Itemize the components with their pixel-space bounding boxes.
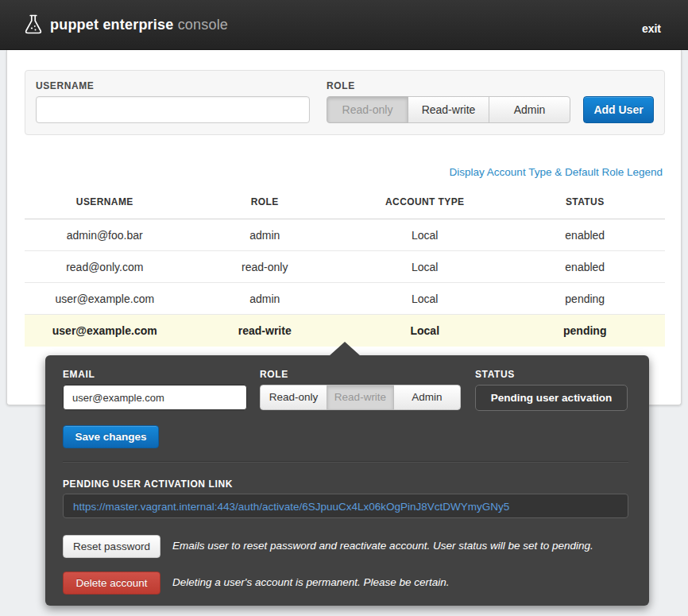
cell-account_type: Local (345, 219, 505, 251)
cell-status: pending (505, 315, 666, 347)
email-label: EMAIL (63, 369, 95, 380)
activation-link-box: https://master.vagrant.internal:443/auth… (63, 494, 628, 518)
panel-role-label: ROLE (260, 369, 288, 380)
cell-account_type: Local (345, 315, 505, 347)
cell-username: user@example.com (25, 283, 185, 315)
table-row[interactable]: read@only.comread-onlyLocalenabled (25, 251, 665, 283)
panel-role-option-read-write[interactable]: Read-write (327, 385, 394, 410)
column-header: ACCOUNT TYPE (345, 190, 505, 219)
role-option-read-write[interactable]: Read-write (408, 96, 489, 123)
exit-link[interactable]: exit (642, 22, 661, 35)
reset-password-button[interactable]: Reset password (63, 535, 160, 558)
delete-account-note: Deleting a user's account is permanent. … (172, 576, 450, 588)
username-label: USERNAME (36, 80, 94, 91)
cell-role: read-only (185, 251, 346, 283)
brand-title: puppet enterprise console (50, 17, 228, 33)
cell-status: enabled (505, 251, 666, 283)
username-input[interactable] (36, 96, 310, 123)
activation-link[interactable]: https://master.vagrant.internal:443/auth… (73, 501, 509, 513)
reset-password-note: Emails user to reset password and reacti… (172, 540, 593, 552)
panel-role-button-group: Read-only Read-write Admin (260, 385, 461, 410)
role-option-admin[interactable]: Admin (489, 96, 570, 123)
brand: puppet enterprise console (24, 14, 228, 35)
cell-username: user@example.com (25, 315, 185, 347)
cell-role: admin (185, 219, 346, 251)
cell-role: admin (185, 283, 346, 315)
column-header: USERNAME (25, 190, 185, 219)
table-row[interactable]: admin@foo.baradminLocalenabled (25, 219, 665, 251)
legend-link[interactable]: Display Account Type & Default Role Lege… (450, 166, 663, 178)
cell-account_type: Local (345, 283, 505, 315)
panel-role-option-read-only[interactable]: Read-only (260, 385, 327, 410)
users-table-header-row: USERNAMEROLEACCOUNT TYPESTATUS (25, 190, 665, 219)
cell-status: enabled (505, 219, 666, 251)
email-input[interactable] (63, 385, 247, 410)
flask-icon (24, 14, 43, 35)
column-header: STATUS (505, 190, 666, 219)
brand-title-bold: puppet enterprise (50, 17, 173, 33)
add-user-form: USERNAME ROLE Read-only Read-write Admin… (25, 70, 665, 135)
users-table: USERNAMEROLEACCOUNT TYPESTATUS admin@foo… (25, 190, 665, 347)
cell-username: admin@foo.bar (25, 219, 185, 251)
edit-user-panel: EMAIL ROLE Read-only Read-write Admin ST… (45, 355, 649, 606)
cell-status: pending (505, 283, 666, 315)
popover-arrow (329, 342, 361, 356)
role-label: ROLE (327, 80, 355, 91)
cell-account_type: Local (345, 251, 505, 283)
cell-role: read-write (185, 315, 346, 347)
save-changes-button[interactable]: Save changes (63, 425, 159, 448)
panel-role-option-admin[interactable]: Admin (393, 385, 461, 410)
top-navbar: puppet enterprise console exit (0, 0, 688, 50)
page: puppet enterprise console exit USERNAME … (0, 0, 688, 616)
role-option-read-only[interactable]: Read-only (327, 96, 408, 123)
add-user-button[interactable]: Add User (583, 96, 654, 123)
status-button[interactable]: Pending user activation (475, 385, 628, 411)
table-row[interactable]: user@example.comadminLocalpending (25, 283, 665, 315)
role-button-group: Read-only Read-write Admin (327, 96, 570, 123)
cell-username: read@only.com (25, 251, 185, 283)
users-table-body: admin@foo.baradminLocalenabledread@only.… (25, 219, 665, 347)
delete-account-button[interactable]: Delete account (63, 571, 160, 595)
brand-title-light: console (178, 17, 228, 33)
panel-divider (63, 461, 628, 463)
status-label: STATUS (475, 369, 515, 380)
activation-link-label: PENDING USER ACTIVATION LINK (63, 478, 233, 490)
column-header: ROLE (185, 190, 346, 219)
